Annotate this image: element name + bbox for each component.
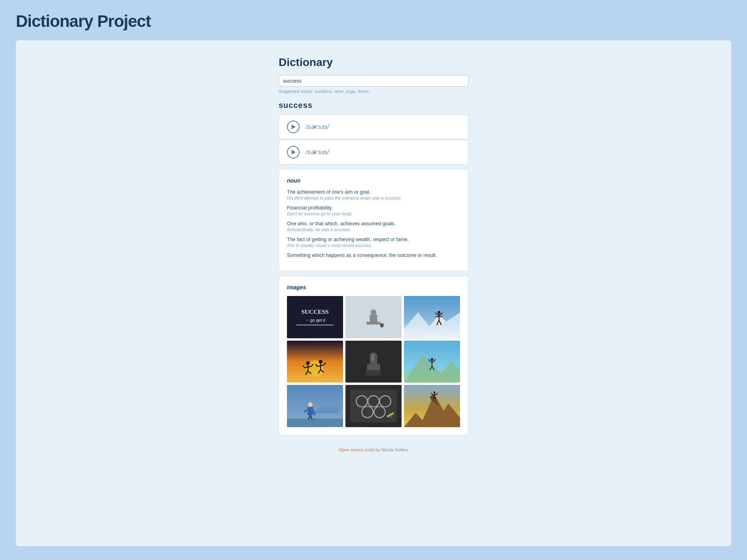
- definition-item-3: One who, or that which, achieves assumed…: [287, 221, 460, 232]
- play-button-1[interactable]: [287, 121, 300, 133]
- pronunciation-card-2: /sək'sɛs/: [279, 140, 468, 164]
- app-container: Dictionary Suggested words: sunshine, wi…: [16, 40, 731, 546]
- svg-rect-5: [366, 322, 381, 324]
- footer-author: by Nicola Sortino: [374, 447, 408, 452]
- image-item-3[interactable]: [404, 296, 460, 338]
- svg-rect-59: [320, 406, 338, 408]
- definition-item-5: Something which happens as a consequence…: [287, 253, 460, 258]
- svg-line-70: [379, 406, 385, 407]
- svg-rect-40: [372, 354, 374, 361]
- word-heading: success: [279, 101, 468, 110]
- open-source-link[interactable]: Open source code: [339, 447, 374, 452]
- definition-item-1: The achievement of one's aim or goal. Hi…: [287, 189, 460, 200]
- svg-rect-9: [381, 326, 383, 328]
- image-item-1[interactable]: SUCCESS → go get it: [287, 296, 343, 338]
- pronunciation-card-1: /sək'sɛs/: [279, 115, 468, 139]
- example-text-4: She is country music's most recent succe…: [287, 243, 460, 248]
- svg-point-22: [306, 361, 310, 365]
- image-item-5[interactable]: [345, 341, 402, 383]
- page-title: Dictionary Project: [16, 12, 731, 31]
- example-text-1: His third attempt to pass the entrance e…: [287, 196, 460, 200]
- image-item-9[interactable]: [404, 385, 460, 427]
- images-title: images: [287, 284, 460, 290]
- svg-rect-61: [350, 390, 397, 422]
- svg-point-76: [434, 392, 436, 394]
- example-text-2: Don't let success go to your head.: [287, 211, 460, 216]
- svg-point-43: [430, 358, 433, 360]
- definition-text-4: The fact of getting or achieving wealth,…: [287, 237, 460, 242]
- svg-point-7: [371, 309, 376, 315]
- svg-rect-57: [315, 411, 338, 413]
- svg-line-69: [374, 406, 379, 407]
- svg-rect-0: [287, 296, 343, 338]
- definition-text-5: Something which happens as a consequence…: [287, 253, 460, 258]
- svg-point-13: [438, 311, 440, 314]
- svg-rect-58: [317, 408, 338, 411]
- images-card: images SUCCESS → go get it: [279, 276, 468, 436]
- svg-rect-52: [307, 407, 313, 415]
- definition-item-2: Financial profitability. Don't let succe…: [287, 205, 460, 216]
- svg-line-68: [368, 406, 374, 407]
- image-item-2[interactable]: [345, 296, 402, 338]
- content-wrapper: Dictionary Suggested words: sunshine, wi…: [279, 56, 468, 452]
- suggested-words: Suggested words: sunshine, wine, yoga, f…: [279, 89, 468, 94]
- svg-line-67: [362, 406, 367, 407]
- images-grid: SUCCESS → go get it: [287, 296, 460, 427]
- image-item-4[interactable]: [287, 341, 343, 383]
- footer: Open source code by Nicola Sortino: [279, 447, 468, 452]
- dictionary-heading: Dictionary: [279, 56, 468, 69]
- svg-point-51: [308, 402, 313, 407]
- part-of-speech: noun: [287, 177, 460, 184]
- image-item-6[interactable]: [404, 341, 460, 383]
- phonetic-1: /sək'sɛs/: [306, 123, 329, 130]
- definition-text-3: One who, or that which, achieves assumed…: [287, 221, 460, 226]
- example-text-3: Scholastically, he was a success.: [287, 227, 460, 232]
- definitions-card: noun The achievement of one's aim or goa…: [279, 169, 468, 271]
- svg-rect-50: [287, 419, 343, 427]
- svg-text:SUCCESS: SUCCESS: [301, 308, 328, 315]
- svg-rect-6: [370, 315, 377, 322]
- image-item-8[interactable]: [345, 385, 402, 427]
- image-item-7[interactable]: [287, 385, 343, 427]
- play-button-2[interactable]: [287, 146, 300, 158]
- svg-rect-39: [366, 370, 381, 375]
- svg-text:→ go get it: → go get it: [305, 318, 325, 322]
- definition-text-1: The achievement of one's aim or goal.: [287, 189, 460, 195]
- svg-point-29: [319, 360, 322, 363]
- definition-item-4: The fact of getting or achieving wealth,…: [287, 237, 460, 248]
- definition-text-2: Financial profitability.: [287, 205, 460, 211]
- phonetic-2: /sək'sɛs/: [306, 149, 329, 156]
- search-input[interactable]: [279, 75, 468, 87]
